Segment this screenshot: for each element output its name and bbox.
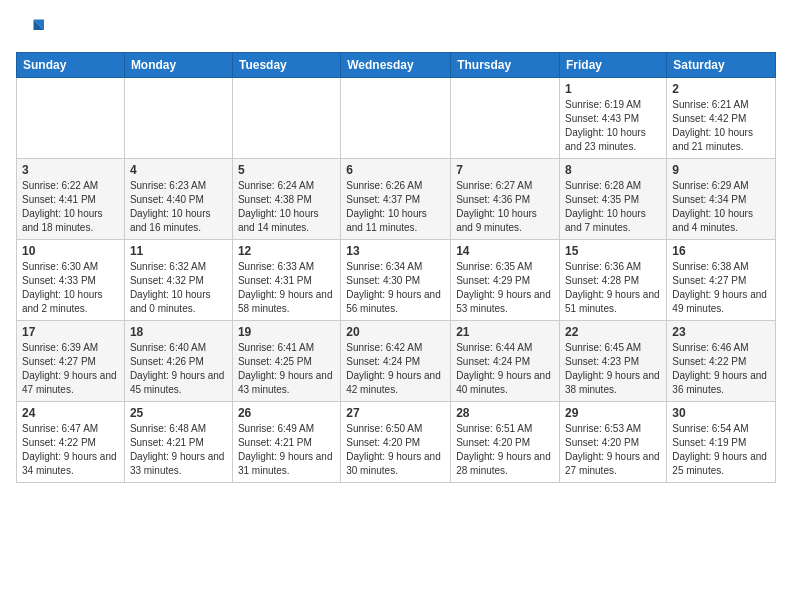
calendar-cell: 19Sunrise: 6:41 AM Sunset: 4:25 PM Dayli… xyxy=(232,321,340,402)
day-number: 27 xyxy=(346,406,445,420)
day-info: Sunrise: 6:50 AM Sunset: 4:20 PM Dayligh… xyxy=(346,422,445,478)
calendar-cell: 21Sunrise: 6:44 AM Sunset: 4:24 PM Dayli… xyxy=(451,321,560,402)
calendar-cell: 5Sunrise: 6:24 AM Sunset: 4:38 PM Daylig… xyxy=(232,159,340,240)
day-info: Sunrise: 6:36 AM Sunset: 4:28 PM Dayligh… xyxy=(565,260,661,316)
logo xyxy=(16,16,48,44)
day-number: 20 xyxy=(346,325,445,339)
calendar-cell: 7Sunrise: 6:27 AM Sunset: 4:36 PM Daylig… xyxy=(451,159,560,240)
calendar-cell: 28Sunrise: 6:51 AM Sunset: 4:20 PM Dayli… xyxy=(451,402,560,483)
calendar-cell: 14Sunrise: 6:35 AM Sunset: 4:29 PM Dayli… xyxy=(451,240,560,321)
calendar-week-3: 10Sunrise: 6:30 AM Sunset: 4:33 PM Dayli… xyxy=(17,240,776,321)
day-number: 8 xyxy=(565,163,661,177)
day-number: 25 xyxy=(130,406,227,420)
day-number: 23 xyxy=(672,325,770,339)
weekday-header-sunday: Sunday xyxy=(17,53,125,78)
day-info: Sunrise: 6:39 AM Sunset: 4:27 PM Dayligh… xyxy=(22,341,119,397)
day-number: 24 xyxy=(22,406,119,420)
day-number: 17 xyxy=(22,325,119,339)
day-info: Sunrise: 6:46 AM Sunset: 4:22 PM Dayligh… xyxy=(672,341,770,397)
calendar-cell: 25Sunrise: 6:48 AM Sunset: 4:21 PM Dayli… xyxy=(124,402,232,483)
day-info: Sunrise: 6:40 AM Sunset: 4:26 PM Dayligh… xyxy=(130,341,227,397)
day-number: 18 xyxy=(130,325,227,339)
calendar-cell: 9Sunrise: 6:29 AM Sunset: 4:34 PM Daylig… xyxy=(667,159,776,240)
day-info: Sunrise: 6:33 AM Sunset: 4:31 PM Dayligh… xyxy=(238,260,335,316)
day-info: Sunrise: 6:49 AM Sunset: 4:21 PM Dayligh… xyxy=(238,422,335,478)
day-info: Sunrise: 6:47 AM Sunset: 4:22 PM Dayligh… xyxy=(22,422,119,478)
day-number: 26 xyxy=(238,406,335,420)
calendar-cell xyxy=(451,78,560,159)
day-info: Sunrise: 6:22 AM Sunset: 4:41 PM Dayligh… xyxy=(22,179,119,235)
logo-icon xyxy=(16,16,44,44)
day-number: 1 xyxy=(565,82,661,96)
day-number: 2 xyxy=(672,82,770,96)
calendar-cell: 24Sunrise: 6:47 AM Sunset: 4:22 PM Dayli… xyxy=(17,402,125,483)
day-number: 22 xyxy=(565,325,661,339)
calendar-week-5: 24Sunrise: 6:47 AM Sunset: 4:22 PM Dayli… xyxy=(17,402,776,483)
weekday-header-row: SundayMondayTuesdayWednesdayThursdayFrid… xyxy=(17,53,776,78)
calendar-cell: 27Sunrise: 6:50 AM Sunset: 4:20 PM Dayli… xyxy=(341,402,451,483)
calendar-cell: 6Sunrise: 6:26 AM Sunset: 4:37 PM Daylig… xyxy=(341,159,451,240)
day-info: Sunrise: 6:30 AM Sunset: 4:33 PM Dayligh… xyxy=(22,260,119,316)
day-number: 21 xyxy=(456,325,554,339)
calendar-cell: 13Sunrise: 6:34 AM Sunset: 4:30 PM Dayli… xyxy=(341,240,451,321)
day-number: 19 xyxy=(238,325,335,339)
calendar-cell: 22Sunrise: 6:45 AM Sunset: 4:23 PM Dayli… xyxy=(560,321,667,402)
day-info: Sunrise: 6:54 AM Sunset: 4:19 PM Dayligh… xyxy=(672,422,770,478)
day-number: 13 xyxy=(346,244,445,258)
day-number: 16 xyxy=(672,244,770,258)
day-number: 12 xyxy=(238,244,335,258)
day-info: Sunrise: 6:23 AM Sunset: 4:40 PM Dayligh… xyxy=(130,179,227,235)
calendar-cell xyxy=(341,78,451,159)
calendar-cell xyxy=(17,78,125,159)
day-info: Sunrise: 6:21 AM Sunset: 4:42 PM Dayligh… xyxy=(672,98,770,154)
weekday-header-monday: Monday xyxy=(124,53,232,78)
day-number: 3 xyxy=(22,163,119,177)
weekday-header-saturday: Saturday xyxy=(667,53,776,78)
calendar-cell: 20Sunrise: 6:42 AM Sunset: 4:24 PM Dayli… xyxy=(341,321,451,402)
day-info: Sunrise: 6:34 AM Sunset: 4:30 PM Dayligh… xyxy=(346,260,445,316)
day-number: 29 xyxy=(565,406,661,420)
calendar: SundayMondayTuesdayWednesdayThursdayFrid… xyxy=(16,52,776,483)
day-info: Sunrise: 6:51 AM Sunset: 4:20 PM Dayligh… xyxy=(456,422,554,478)
day-info: Sunrise: 6:48 AM Sunset: 4:21 PM Dayligh… xyxy=(130,422,227,478)
calendar-cell: 12Sunrise: 6:33 AM Sunset: 4:31 PM Dayli… xyxy=(232,240,340,321)
day-info: Sunrise: 6:42 AM Sunset: 4:24 PM Dayligh… xyxy=(346,341,445,397)
day-number: 30 xyxy=(672,406,770,420)
calendar-cell: 16Sunrise: 6:38 AM Sunset: 4:27 PM Dayli… xyxy=(667,240,776,321)
day-info: Sunrise: 6:45 AM Sunset: 4:23 PM Dayligh… xyxy=(565,341,661,397)
day-info: Sunrise: 6:38 AM Sunset: 4:27 PM Dayligh… xyxy=(672,260,770,316)
day-number: 7 xyxy=(456,163,554,177)
calendar-cell: 2Sunrise: 6:21 AM Sunset: 4:42 PM Daylig… xyxy=(667,78,776,159)
weekday-header-tuesday: Tuesday xyxy=(232,53,340,78)
day-number: 9 xyxy=(672,163,770,177)
day-number: 28 xyxy=(456,406,554,420)
day-info: Sunrise: 6:35 AM Sunset: 4:29 PM Dayligh… xyxy=(456,260,554,316)
calendar-cell: 11Sunrise: 6:32 AM Sunset: 4:32 PM Dayli… xyxy=(124,240,232,321)
weekday-header-wednesday: Wednesday xyxy=(341,53,451,78)
day-number: 14 xyxy=(456,244,554,258)
day-info: Sunrise: 6:19 AM Sunset: 4:43 PM Dayligh… xyxy=(565,98,661,154)
day-info: Sunrise: 6:27 AM Sunset: 4:36 PM Dayligh… xyxy=(456,179,554,235)
day-info: Sunrise: 6:24 AM Sunset: 4:38 PM Dayligh… xyxy=(238,179,335,235)
calendar-week-2: 3Sunrise: 6:22 AM Sunset: 4:41 PM Daylig… xyxy=(17,159,776,240)
day-number: 15 xyxy=(565,244,661,258)
weekday-header-thursday: Thursday xyxy=(451,53,560,78)
day-info: Sunrise: 6:28 AM Sunset: 4:35 PM Dayligh… xyxy=(565,179,661,235)
page-header xyxy=(16,16,776,44)
day-number: 6 xyxy=(346,163,445,177)
calendar-cell: 26Sunrise: 6:49 AM Sunset: 4:21 PM Dayli… xyxy=(232,402,340,483)
calendar-cell: 3Sunrise: 6:22 AM Sunset: 4:41 PM Daylig… xyxy=(17,159,125,240)
calendar-cell: 30Sunrise: 6:54 AM Sunset: 4:19 PM Dayli… xyxy=(667,402,776,483)
day-info: Sunrise: 6:32 AM Sunset: 4:32 PM Dayligh… xyxy=(130,260,227,316)
day-info: Sunrise: 6:44 AM Sunset: 4:24 PM Dayligh… xyxy=(456,341,554,397)
day-info: Sunrise: 6:26 AM Sunset: 4:37 PM Dayligh… xyxy=(346,179,445,235)
day-info: Sunrise: 6:29 AM Sunset: 4:34 PM Dayligh… xyxy=(672,179,770,235)
day-number: 10 xyxy=(22,244,119,258)
calendar-cell: 17Sunrise: 6:39 AM Sunset: 4:27 PM Dayli… xyxy=(17,321,125,402)
calendar-cell xyxy=(124,78,232,159)
calendar-cell: 4Sunrise: 6:23 AM Sunset: 4:40 PM Daylig… xyxy=(124,159,232,240)
calendar-cell: 29Sunrise: 6:53 AM Sunset: 4:20 PM Dayli… xyxy=(560,402,667,483)
calendar-week-4: 17Sunrise: 6:39 AM Sunset: 4:27 PM Dayli… xyxy=(17,321,776,402)
day-number: 4 xyxy=(130,163,227,177)
day-number: 5 xyxy=(238,163,335,177)
